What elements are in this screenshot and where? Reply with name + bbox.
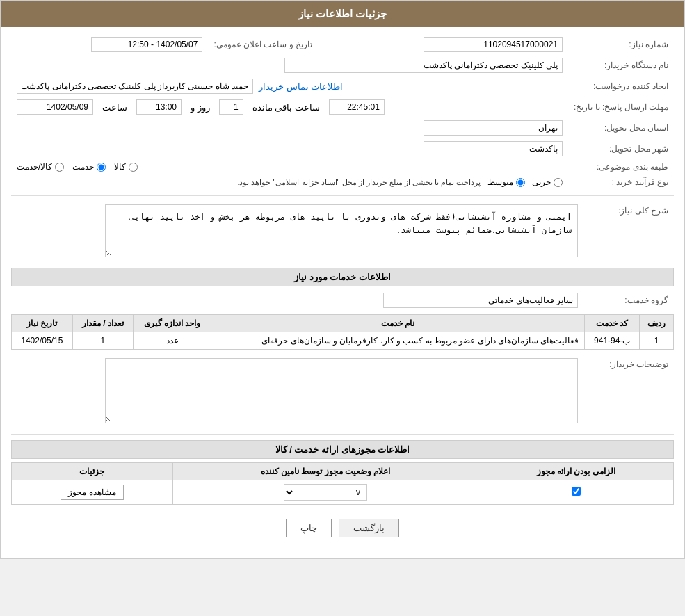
divider-1 — [11, 195, 674, 196]
cell-unit: عدد — [134, 332, 211, 349]
col-license-status: اعلام وضعیت مجوز توسط نامین کننده — [172, 463, 478, 480]
license-required-checkbox[interactable] — [572, 487, 581, 496]
cell-service-name: فعالیت‌های سازمان‌های دارای عضو مربوط به… — [211, 332, 585, 349]
deadline-date-input[interactable] — [17, 99, 93, 115]
province-value — [11, 117, 568, 138]
service-group-table: گروه خدمت: — [11, 290, 674, 311]
process-type-label: نوع فرآیند خرید : — [568, 175, 674, 190]
process-note: پرداخت تمام یا بخشی از مبلغ خریدار از مح… — [237, 178, 481, 187]
category-both-radio[interactable] — [55, 163, 64, 172]
city-input[interactable] — [424, 141, 563, 156]
buyer-desc-textarea[interactable] — [105, 358, 578, 424]
city-value — [11, 138, 568, 159]
licenses-section-header: اطلاعات مجوزهای ارائه خدمت / کالا — [11, 440, 674, 459]
creator-label: ایجاد کننده درخواست: — [568, 76, 674, 97]
need-desc-value — [11, 202, 583, 262]
process-jozii-text: جزیی — [532, 177, 551, 187]
contact-link[interactable]: اطلاعات تماس خریدار — [259, 81, 343, 92]
deadline-time-input[interactable] — [136, 99, 182, 115]
category-both-label[interactable]: کالا/خدمت — [17, 162, 64, 172]
page-wrapper: جزئیات اطلاعات نیاز شماره نیاز: تاریخ و … — [0, 0, 685, 559]
category-value: کالا خدمت کالا/خدمت — [11, 159, 568, 175]
buyer-desc-table: توضیحات خریدار: — [11, 355, 674, 429]
need-number-label: شماره نیاز: — [568, 34, 674, 55]
category-khedmat-label[interactable]: خدمت — [72, 162, 106, 172]
process-motavasset-radio[interactable] — [516, 178, 525, 187]
view-license-button[interactable]: مشاهده مجوز — [61, 485, 123, 500]
service-group-input[interactable] — [383, 293, 578, 308]
process-type-row: جزیی متوسط پرداخت تمام یا بخشی از مبلغ خ… — [11, 175, 568, 190]
deadline-remaining-label: ساعت باقی مانده — [249, 102, 323, 113]
action-buttons: بازگشت چاپ — [11, 508, 674, 551]
divider-2 — [11, 434, 674, 435]
top-info-table: شماره نیاز: تاریخ و ساعت اعلان عمومی: نا… — [11, 34, 674, 190]
page-title: جزئیات اطلاعات نیاز — [1, 1, 684, 27]
deadline-remaining-input[interactable] — [329, 99, 385, 115]
cell-qty: 1 — [72, 332, 133, 349]
process-motavasset-label[interactable]: متوسط — [487, 177, 525, 187]
need-desc-textarea[interactable] — [105, 204, 578, 257]
org-name-label: نام دستگاه خریدار: — [568, 55, 674, 76]
public-announce-input[interactable] — [91, 37, 202, 52]
cell-service-code: ب-94-941 — [585, 332, 640, 349]
service-group-value — [11, 290, 583, 311]
need-desc-label: شرح کلی نیاز: — [583, 202, 674, 262]
creator-input[interactable] — [17, 79, 253, 94]
license-required-cell — [478, 480, 674, 505]
col-qty: تعداد / مقدار — [72, 314, 133, 332]
deadline-days-input[interactable] — [219, 99, 243, 115]
deadline-row: ساعت روز و ساعت باقی مانده — [11, 97, 568, 117]
col-unit: واحد اندازه گیری — [134, 314, 211, 332]
province-label: استان محل تحویل: — [568, 117, 674, 138]
license-status-cell: v — [172, 480, 478, 505]
col-row-num: ردیف — [640, 314, 674, 332]
public-announce-label: تاریخ و ساعت اعلان عمومی: — [208, 34, 326, 55]
process-jozii-radio[interactable] — [554, 178, 563, 187]
category-kala-radio[interactable] — [129, 163, 138, 172]
process-jozii-label[interactable]: جزیی — [532, 177, 563, 187]
col-license-required: الزامی بودن ارائه مجوز — [478, 463, 674, 480]
need-desc-table: شرح کلی نیاز: — [11, 202, 674, 262]
category-khedmat-radio[interactable] — [97, 163, 106, 172]
service-group-label: گروه خدمت: — [583, 290, 674, 311]
print-button[interactable]: چاپ — [286, 519, 332, 537]
col-license-detail: جزئیات — [12, 463, 173, 480]
deadline-days-label: روز و — [187, 102, 213, 113]
deadline-label: مهلت ارسال پاسخ: تا تاریخ: — [568, 97, 674, 117]
category-both-text: کالا/خدمت — [17, 162, 52, 172]
need-number-input[interactable] — [424, 37, 563, 52]
category-kala-text: کالا — [114, 162, 126, 172]
licenses-table: الزامی بودن ارائه مجوز اعلام وضعیت مجوز … — [11, 462, 674, 505]
main-content: شماره نیاز: تاریخ و ساعت اعلان عمومی: نا… — [1, 27, 684, 558]
buyer-desc-label: توضیحات خریدار: — [583, 355, 674, 429]
col-date: تاریخ نیاز — [12, 314, 73, 332]
license-status-select[interactable]: v — [284, 484, 367, 501]
category-label: طبقه بندی موضوعی: — [568, 159, 674, 175]
city-label: شهر محل تحویل: — [568, 138, 674, 159]
category-kala-label[interactable]: کالا — [114, 162, 138, 172]
services-table: ردیف کد خدمت نام خدمت واحد اندازه گیری ت… — [11, 314, 674, 350]
cell-row-num: 1 — [640, 332, 674, 349]
table-row: 1 ب-94-941 فعالیت‌های سازمان‌های دارای ع… — [12, 332, 674, 349]
back-button[interactable]: بازگشت — [339, 519, 399, 537]
need-number-value — [326, 34, 568, 55]
services-section-header: اطلاعات خدمات مورد نیاز — [11, 268, 674, 286]
org-name-value — [11, 55, 568, 76]
category-khedmat-text: خدمت — [72, 162, 94, 172]
creator-value: اطلاعات تماس خریدار — [11, 76, 568, 97]
org-name-input[interactable] — [284, 58, 563, 73]
cell-date: 1402/05/15 — [12, 332, 73, 349]
license-row: v مشاهده مجوز — [12, 480, 674, 505]
col-service-name: نام خدمت — [211, 314, 585, 332]
process-motavasset-text: متوسط — [487, 177, 513, 187]
public-announce-value — [11, 34, 208, 55]
province-input[interactable] — [424, 120, 563, 136]
license-detail-cell: مشاهده مجوز — [12, 480, 173, 505]
col-service-code: کد خدمت — [585, 314, 640, 332]
deadline-time-label: ساعت — [99, 102, 131, 113]
buyer-desc-value — [11, 355, 583, 429]
